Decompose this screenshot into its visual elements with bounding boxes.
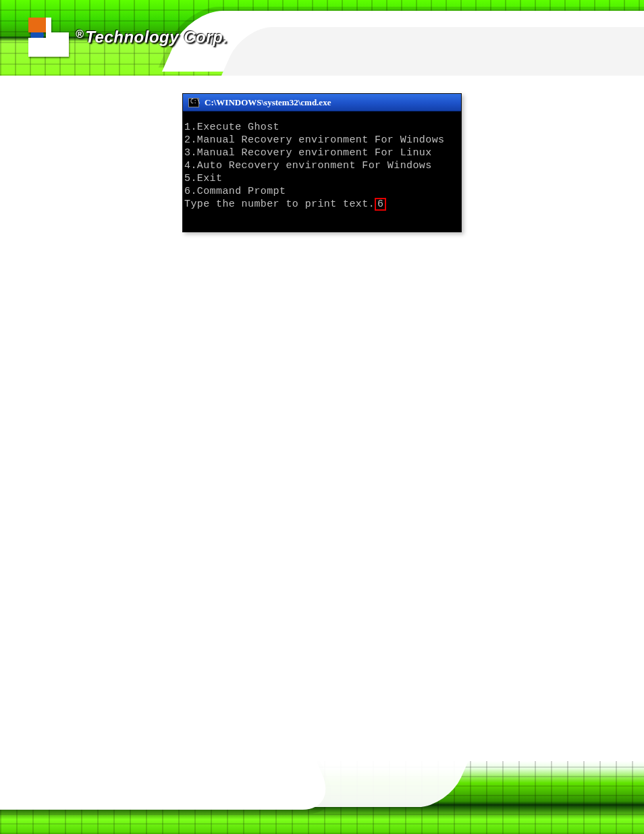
header-diagonal-white-2 xyxy=(216,27,644,76)
cmd-title-bar: C:\ C:\WINDOWS\system32\cmd.exe xyxy=(183,94,461,111)
brand-text: ®Technology Corp. xyxy=(76,29,227,45)
cmd-option-1: 1.Execute Ghost xyxy=(184,122,279,133)
cmd-option-3: 3.Manual Recovery environment For Linux xyxy=(184,147,432,159)
cmd-output: 1.Execute Ghost 2.Manual Recovery enviro… xyxy=(183,111,461,232)
cmd-option-2: 2.Manual Recovery environment For Window… xyxy=(184,134,444,146)
cmd-prompt-text: Type the number to print text. xyxy=(184,199,375,210)
company-name: Technology Corp. xyxy=(85,28,227,46)
footer-banner xyxy=(0,761,644,834)
page-content: C:\ C:\WINDOWS\system32\cmd.exe 1.Execut… xyxy=(0,76,644,232)
cmd-option-5: 5.Exit xyxy=(184,173,222,184)
cmd-option-4: 4.Auto Recovery environment For Windows xyxy=(184,160,432,172)
cmd-selected-value: 6 xyxy=(375,198,386,211)
cmd-title-text: C:\WINDOWS\system32\cmd.exe xyxy=(205,97,331,108)
cmd-option-6: 6.Command Prompt xyxy=(184,186,286,197)
brand-logo: ®Technology Corp. xyxy=(28,18,227,57)
registered-mark: ® xyxy=(76,28,84,40)
cmd-icon: C:\ xyxy=(188,98,199,107)
cmd-window: C:\ C:\WINDOWS\system32\cmd.exe 1.Execut… xyxy=(182,93,462,232)
iei-logo-icon xyxy=(28,18,69,57)
header-banner: ®Technology Corp. xyxy=(0,0,644,76)
